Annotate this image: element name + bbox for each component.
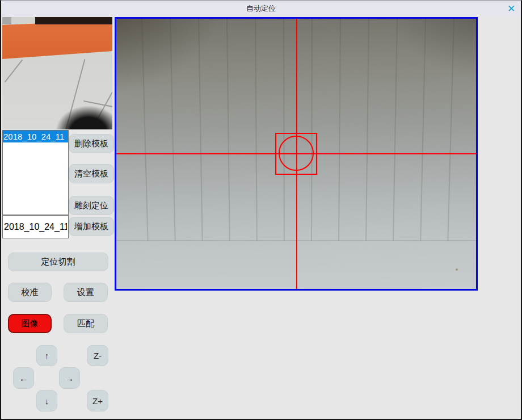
ceiling-joint-line [393,19,398,241]
clear-templates-button[interactable]: 清空模板 [69,164,114,183]
match-region-circle [279,136,314,171]
jog-left-button[interactable]: ← [13,367,34,389]
add-template-button[interactable]: 增加模板 [69,217,114,236]
ceiling-joint-line [283,19,285,241]
dust-speck [456,268,458,271]
ceiling-joint-line [141,19,149,241]
dark-background-strip [35,17,112,24]
jog-right-button[interactable]: → [59,367,80,389]
match-button[interactable]: 匹配 [64,314,108,333]
camera-view[interactable] [115,17,478,291]
template-thumbnail-preview [2,17,112,129]
gray-background-patch [2,17,11,24]
ceiling-joint-line [311,19,313,241]
ceiling-joint-line [255,19,258,241]
ceiling-joint-line [338,19,341,241]
delete-template-button[interactable]: 删除模板 [69,134,114,153]
dialog-title: 自动定位 [1,1,521,16]
position-cut-button[interactable]: 定位切割 [8,253,108,271]
jog-down-button[interactable]: ↓ [36,390,57,411]
calibrate-button[interactable]: 校准 [8,283,52,302]
template-name-input[interactable] [2,215,69,238]
z-plus-button[interactable]: Z+ [87,390,108,411]
ceiling-joint-line [447,19,454,241]
close-icon[interactable]: ✕ [504,2,517,15]
ceiling-joint-line [170,19,176,241]
image-button[interactable]: 图像 [8,314,52,333]
engrave-position-button[interactable]: 雕刻定位 [69,196,114,215]
jog-up-button[interactable]: ↑ [36,345,57,366]
auto-position-dialog: 自动定位 ✕ 2018_10_24_11 删除模板 清空模板 雕刻定位 增加模板… [0,0,522,420]
title-bar: 自动定位 ✕ [1,1,521,16]
settings-button[interactable]: 设置 [64,283,108,302]
template-list[interactable]: 2018_10_24_11 [2,130,69,215]
z-minus-button[interactable]: Z- [87,345,108,366]
ceiling-joint-line [365,19,369,241]
ceiling-joint-line [198,19,203,241]
template-list-item[interactable]: 2018_10_24_11 [3,131,68,142]
ceiling-joint-line [420,19,426,241]
ceiling-joint-line [226,19,230,241]
